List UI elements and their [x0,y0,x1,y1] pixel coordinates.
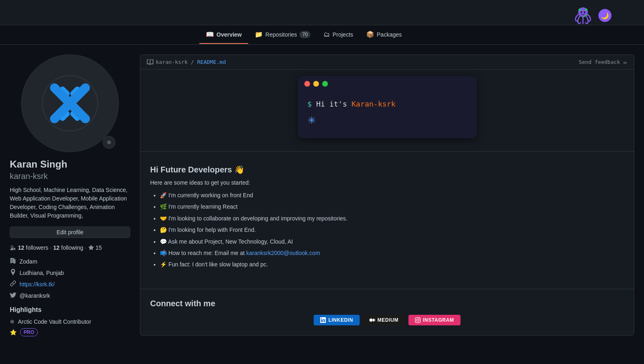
stars-count: 15 [96,244,102,251]
profile-name: Karan Singh [10,159,130,170]
projects-icon: 🗂 [323,31,330,38]
main-layout: Karan Singh karan-ksrk High School, Mach… [0,45,644,355]
readme-header: karan-ksrk / README.md Send feedback ✏ [140,55,634,70]
list-item-3: 🤔 I'm looking for help with Front End. [160,225,624,234]
readme-list: 🚀 I'm currently working on front End 🌿 I… [150,191,624,269]
connect-buttons: LINKEDIN MEDIUM INSTAGRAM [150,315,624,325]
profile-tabs: 📖 Overview 📁 Repositories 70 🗂 Projects … [0,25,644,45]
terminal-window: $ Hi it's Karan-ksrk ✳ [298,76,477,138]
twitter-handle: @karanksrk [20,292,50,299]
profile-username: karan-ksrk [10,172,130,181]
octocat-logo [571,3,595,28]
connect-title: Connect with me [150,299,624,308]
location-name: Ludhiana, Punjab [20,270,64,276]
list-item-6: ⚡ Fun fact: I don't like slow laptop and… [160,260,624,269]
list-item-1: 🌿 I'm currently learning React [160,202,624,211]
highlights-section: Highlights ❄ Arctic Code Vault Contribut… [10,306,130,336]
tab-repositories[interactable]: 📁 Repositories 70 [248,26,317,44]
medium-button[interactable]: MEDIUM [363,315,405,325]
followers-row: 12 followers · 12 following · 15 [10,244,130,251]
repositories-badge: 70 [299,31,310,38]
terminal-name: Karan-ksrk [351,100,395,108]
readme-divider-1 [140,151,634,152]
highlight-arctic: ❄ Arctic Code Vault Contributor [10,318,130,325]
org-icon [10,257,16,266]
tab-packages[interactable]: 📦 Packages [360,26,408,44]
star-icon [88,245,94,251]
avatar-logo-svg [41,75,98,132]
book-icon [147,59,153,65]
pro-star-icon: ⭐ [10,329,17,336]
overview-icon: 📖 [206,31,214,38]
send-feedback-button[interactable]: Send feedback [579,59,620,65]
twitter-info: @karanksrk [10,292,130,300]
list-item-2: 🤝 I'm looking to collaborate on developi… [160,214,624,223]
tab-overview[interactable]: 📖 Overview [199,26,248,44]
packages-icon: 📦 [366,31,374,38]
pro-badge: PRO [20,328,38,336]
email-link[interactable]: karanksrk2000@outlook.com [246,250,320,256]
link-icon [10,280,16,288]
top-navbar: 🌙 [0,0,644,25]
readme-greeting-heading: Hi Future Developers 👋 [150,165,624,174]
org-info: Zodam [10,257,130,266]
readme-card: karan-ksrk / README.md Send feedback ✏ [140,54,634,336]
list-item-0: 🚀 I'm currently working on front End [160,191,624,200]
terminal-content: $ Hi it's Karan-ksrk ✳ [298,92,477,138]
edit-profile-button[interactable]: Edit profile [10,227,130,238]
avatar-edit-button[interactable] [103,136,116,149]
highlight-pro: ⭐ PRO [10,328,130,336]
terminal-greeting: $ Hi it's Karan-ksrk [308,100,467,108]
following-label: following [61,244,83,251]
repositories-icon: 📁 [255,31,263,38]
followers-count: 12 [18,244,24,251]
instagram-icon [415,317,421,323]
list-item-5: 📫 How to reach me: Email me at karanksrk… [160,248,624,257]
readme-terminal-area: $ Hi it's Karan-ksrk ✳ [140,70,634,145]
svg-point-1 [579,9,581,11]
followers-label: followers [26,244,48,251]
terminal-cursor: ✳ [308,115,316,126]
svg-point-4 [584,11,585,13]
profile-bio: High School, Machine Learning, Data Scie… [10,186,130,220]
readme-text-body: Hi Future Developers 👋 Here are some ide… [140,158,634,282]
dark-mode-toggle[interactable]: 🌙 [598,9,611,22]
cursor-spinner-icon: ✳ [308,115,316,126]
terminal-dot-yellow [313,81,319,87]
twitter-icon [10,292,16,300]
website-info: https://ksrk.tk/ [10,280,130,288]
tab-projects[interactable]: 🗂 Projects [317,26,360,44]
readme-edit-icon[interactable]: ✏ [623,58,627,66]
terminal-dot-red [304,81,310,87]
readme-header-left: karan-ksrk / README.md [147,59,226,65]
arctic-icon: ❄ [10,318,15,325]
highlights-title: Highlights [10,306,130,314]
arctic-label: Arctic Code Vault Contributor [18,318,91,325]
org-name: Zodam [20,258,37,265]
instagram-button[interactable]: INSTAGRAM [408,315,461,325]
nav-right-area: 🌙 [571,3,611,28]
medium-icon [369,317,375,323]
followers-icon [10,244,16,251]
readme-intro: Here are some ideas to get you started: [150,179,624,186]
svg-point-2 [585,9,587,11]
readme-filepath: karan-ksrk / README.md [156,59,226,65]
terminal-prompt: $ [308,100,312,108]
sidebar: Karan Singh karan-ksrk High School, Mach… [10,54,130,345]
stars-area: 15 [88,244,102,251]
profile-info-list: Zodam Ludhiana, Punjab https://ksrk.tk/ … [10,257,130,300]
website-link[interactable]: https://ksrk.tk/ [20,281,55,288]
linkedin-icon [320,317,326,323]
linkedin-button[interactable]: LINKEDIN [314,315,360,325]
readme-filename[interactable]: README.md [197,59,226,65]
terminal-titlebar [298,76,477,92]
location-icon [10,269,16,277]
following-count: 12 [53,244,60,251]
terminal-dot-green [322,81,328,87]
main-content: karan-ksrk / README.md Send feedback ✏ [140,54,634,345]
svg-point-3 [581,11,582,13]
avatar-container [21,54,119,152]
connect-section: Connect with me LINKEDIN MEDIUM INSTAGRA… [140,296,634,335]
location-info: Ludhiana, Punjab [10,269,130,277]
readme-divider-2 [140,289,634,289]
